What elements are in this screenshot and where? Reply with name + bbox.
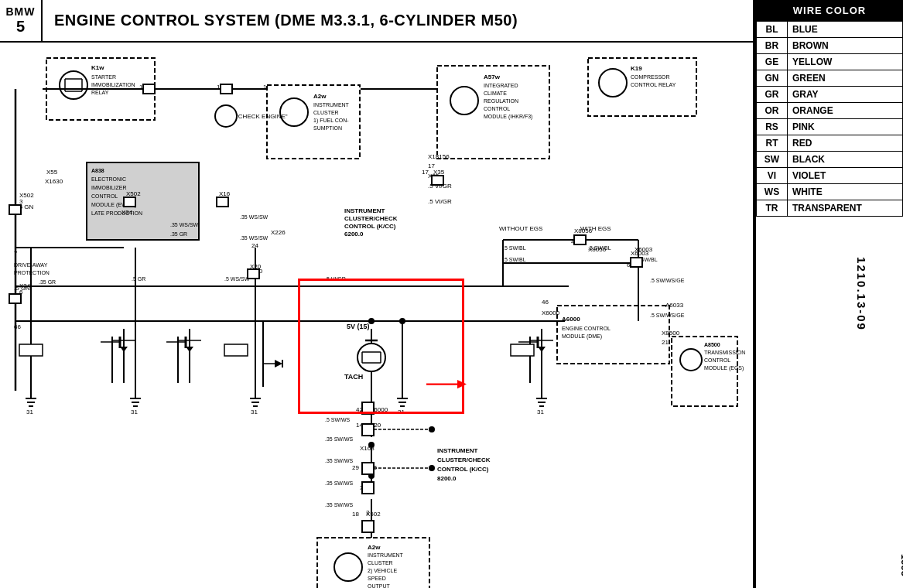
wire-color-table: BLBLUEBRBROWNGEYELLOWGNGREENGRGRAYORORAN… bbox=[756, 21, 903, 217]
svg-rect-216 bbox=[362, 402, 374, 414]
svg-text:.35 SW/WS: .35 SW/WS bbox=[325, 436, 354, 442]
svg-text:.5 SW/WS/GE: .5 SW/WS/GE bbox=[650, 278, 685, 283]
svg-text:COMPRESSOR: COMPRESSOR bbox=[631, 74, 670, 80]
wire-color-code: OR bbox=[757, 103, 788, 119]
wire-color-row: TRTRANSPARENT bbox=[757, 200, 903, 217]
wire-color-code: SW bbox=[757, 152, 788, 168]
svg-text:17: 17 bbox=[422, 169, 429, 176]
svg-rect-226 bbox=[9, 205, 21, 214]
svg-text:CONTROL RELAY: CONTROL RELAY bbox=[631, 82, 676, 87]
svg-text:MODULE (DME): MODULE (DME) bbox=[562, 333, 602, 340]
svg-text:CONTROL (K/CC): CONTROL (K/CC) bbox=[344, 223, 396, 230]
bmw-brand: BMW bbox=[6, 5, 36, 18]
svg-text:INSTRUMENT: INSTRUMENT bbox=[313, 102, 350, 108]
svg-text:A2w: A2w bbox=[313, 93, 327, 100]
svg-text:.35 SW/WS: .35 SW/WS bbox=[325, 458, 354, 463]
year-label: 1995 bbox=[899, 554, 903, 576]
svg-text:6: 6 bbox=[19, 289, 23, 296]
svg-rect-208 bbox=[224, 344, 248, 356]
svg-text:CLIMATE: CLIMATE bbox=[484, 91, 507, 96]
svg-text:WITHOUT EGS: WITHOUT EGS bbox=[499, 225, 542, 232]
svg-text:K19: K19 bbox=[631, 65, 642, 72]
svg-point-223 bbox=[429, 426, 435, 432]
svg-text:CLUSTER: CLUSTER bbox=[368, 560, 393, 566]
wire-color-row: BRBROWN bbox=[757, 38, 903, 54]
svg-text:1) FUEL CON-: 1) FUEL CON- bbox=[313, 118, 349, 124]
wire-color-name: BROWN bbox=[788, 38, 903, 54]
wire-color-name: TRANSPARENT bbox=[788, 200, 903, 217]
svg-text:IMMOBILIZATION: IMMOBILIZATION bbox=[91, 82, 135, 87]
wire-color-code: VI bbox=[757, 168, 788, 184]
svg-rect-250 bbox=[248, 269, 259, 279]
wire-color-name: BLUE bbox=[788, 22, 903, 38]
svg-text:X34: X34 bbox=[19, 282, 31, 289]
svg-text:X1630: X1630 bbox=[45, 178, 63, 185]
svg-rect-209 bbox=[511, 344, 534, 356]
svg-text:X226: X226 bbox=[271, 229, 286, 236]
wire-color-code: GR bbox=[757, 87, 788, 103]
wire-color-code: RT bbox=[757, 135, 788, 152]
wire-color-code: GE bbox=[757, 54, 788, 70]
svg-text:MODULE (IHKR/F3): MODULE (IHKR/F3) bbox=[484, 114, 532, 120]
svg-text:IMMOBILIZER: IMMOBILIZER bbox=[91, 185, 127, 190]
svg-text:CONTROL: CONTROL bbox=[704, 357, 730, 363]
svg-text:4: 4 bbox=[571, 238, 575, 245]
svg-text:.35 SW/WS: .35 SW/WS bbox=[325, 502, 354, 508]
svg-rect-218 bbox=[362, 463, 374, 474]
svg-text:46: 46 bbox=[542, 299, 549, 306]
svg-point-20 bbox=[280, 98, 308, 126]
svg-text:31: 31 bbox=[537, 409, 544, 415]
svg-rect-217 bbox=[362, 424, 374, 436]
svg-text:.5 SW/BL: .5 SW/BL bbox=[503, 257, 526, 262]
svg-text:.35 GR: .35 GR bbox=[39, 279, 56, 285]
svg-text:.35 SW/WS: .35 SW/WS bbox=[325, 480, 354, 486]
svg-marker-123 bbox=[538, 347, 546, 352]
svg-text:31: 31 bbox=[398, 409, 405, 415]
svg-text:X35: X35 bbox=[433, 169, 445, 176]
svg-text:X502: X502 bbox=[19, 192, 34, 199]
svg-text:A8500: A8500 bbox=[704, 342, 720, 347]
wire-color-row: GRGRAY bbox=[757, 87, 903, 103]
wire-color-code: TR bbox=[757, 200, 788, 217]
svg-text:.5 VI/GR: .5 VI/GR bbox=[428, 198, 452, 205]
svg-text:18: 18 bbox=[352, 511, 359, 518]
svg-text:ELECTRONIC: ELECTRONIC bbox=[91, 176, 126, 182]
svg-text:CONTROL: CONTROL bbox=[91, 193, 118, 199]
wire-color-name: BLACK bbox=[788, 152, 903, 168]
svg-point-134 bbox=[680, 349, 702, 371]
svg-text:8200.0: 8200.0 bbox=[437, 475, 457, 482]
bmw-logo: BMW 5 bbox=[0, 0, 43, 42]
svg-marker-236 bbox=[275, 360, 282, 368]
wire-color-name: PINK bbox=[788, 119, 903, 135]
svg-text:X18156: X18156 bbox=[428, 153, 450, 160]
svg-rect-55 bbox=[221, 84, 232, 94]
svg-text:31: 31 bbox=[251, 409, 258, 415]
svg-text:K1w: K1w bbox=[91, 64, 104, 71]
svg-text:X502: X502 bbox=[126, 190, 141, 197]
svg-text:X8500: X8500 bbox=[662, 330, 680, 337]
svg-text:STARTER: STARTER bbox=[91, 74, 116, 80]
wire-color-name: VIOLET bbox=[788, 168, 903, 184]
svg-text:31: 31 bbox=[26, 409, 33, 415]
svg-text:6: 6 bbox=[627, 262, 631, 268]
svg-text:RELAY: RELAY bbox=[91, 90, 109, 95]
svg-point-224 bbox=[429, 465, 435, 471]
wire-color-code: GN bbox=[757, 70, 788, 87]
svg-text:31: 31 bbox=[131, 409, 138, 415]
circuit-diagram: K1w STARTER IMMOBILIZATION RELAY A838 EL… bbox=[0, 43, 754, 588]
wire-color-row: ORORANGE bbox=[757, 103, 903, 119]
svg-text:A6033: A6033 bbox=[665, 302, 684, 309]
wire-color-code: BR bbox=[757, 38, 788, 54]
svg-text:X16: X16 bbox=[219, 190, 231, 197]
svg-point-162 bbox=[334, 553, 362, 581]
svg-text:A57w: A57w bbox=[484, 74, 501, 80]
wire-color-code: BL bbox=[757, 22, 788, 38]
svg-rect-243 bbox=[574, 235, 586, 244]
svg-marker-102 bbox=[120, 347, 128, 352]
wire-color-row: RTRED bbox=[757, 135, 903, 152]
svg-text:.35 WS/SW: .35 WS/SW bbox=[240, 214, 269, 220]
svg-text:CLUSTER/CHECK: CLUSTER/CHECK bbox=[344, 215, 398, 222]
diagram-area: BMW 5 ENGINE CONTROL SYSTEM (DME M3.3.1,… bbox=[0, 0, 754, 588]
svg-text:29: 29 bbox=[352, 464, 359, 471]
svg-text:.5 VI/GR: .5 VI/GR bbox=[325, 276, 346, 282]
